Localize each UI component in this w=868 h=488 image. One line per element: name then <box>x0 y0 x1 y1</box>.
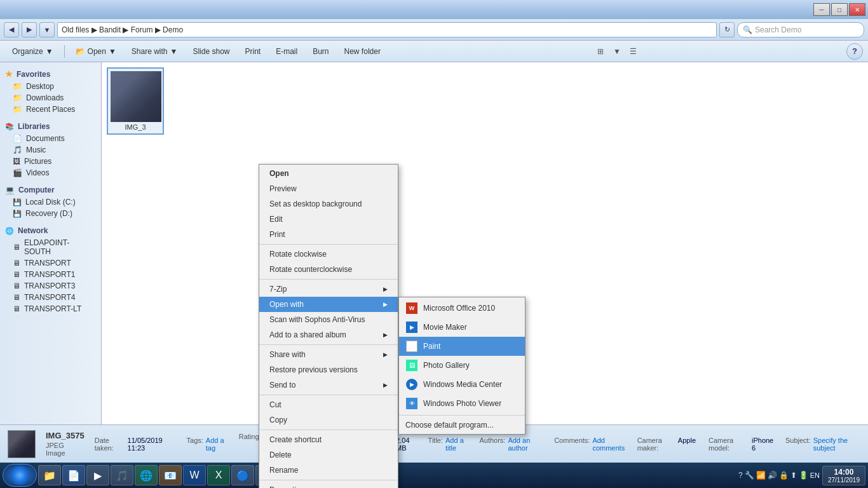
newfolder-button[interactable]: New folder <box>337 43 388 60</box>
submenu-moviemaker[interactable]: ▶ Movie Maker <box>399 318 525 337</box>
ctx-share-with[interactable]: Share with ▶ <box>259 347 398 362</box>
taskbar-green[interactable]: 🌐 <box>135 465 158 485</box>
tags-value[interactable]: Add a tag <box>206 437 229 452</box>
sidebar-item-transport[interactable]: 🖥 TRANSPORT <box>0 257 101 269</box>
tray-icon-2[interactable]: 📶 <box>756 471 766 480</box>
submenu-wmc[interactable]: ▶ Windows Media Center <box>399 375 525 394</box>
view-change-button[interactable]: ⊞ <box>593 44 608 59</box>
ctx-delete[interactable]: Delete <box>259 447 398 463</box>
submenu-wpv[interactable]: 👁 Windows Photo Viewer <box>399 394 525 413</box>
tray-icon-3[interactable]: 🔊 <box>768 471 777 480</box>
title-value[interactable]: Add a title <box>445 437 469 452</box>
organize-button[interactable]: Organize ▼ <box>5 43 60 60</box>
help-button[interactable]: ? <box>846 43 863 60</box>
clock[interactable]: 14:00 27/11/2019 <box>822 466 865 485</box>
ctx-create-shortcut[interactable]: Create shortcut <box>259 432 398 447</box>
search-box[interactable]: 🔍 Search Demo <box>737 22 864 37</box>
share-label: Share with <box>132 47 168 56</box>
ctx-preview[interactable]: Preview <box>259 181 398 196</box>
sidebar-item-downloads[interactable]: 📁 Downloads <box>0 92 101 104</box>
open-button[interactable]: 📂 Open ▼ <box>69 43 123 60</box>
sidebar-item-documents[interactable]: 📄 Documents <box>0 133 101 144</box>
ctx-copy[interactable]: Copy <box>259 412 398 428</box>
folder-icon: 📁 <box>13 93 22 102</box>
computer-header[interactable]: 💻 Computer <box>0 184 101 196</box>
taskbar-app2[interactable]: 🎵 <box>111 465 133 485</box>
forward-button[interactable]: ▶ <box>22 22 37 37</box>
taskbar-outlook[interactable]: 📧 <box>159 465 182 485</box>
sidebar-item-videos[interactable]: 🎬 Videos <box>0 167 101 179</box>
ctx-scan[interactable]: Scan with Sophos Anti-Virus <box>259 312 398 327</box>
ctx-rotate-ccw[interactable]: Rotate counterclockwise <box>259 262 398 277</box>
submenu-default-program[interactable]: Choose default program... <box>399 417 525 433</box>
ctx-open-with[interactable]: Open with ▶ W Microsoft Office 2010 ▶ Mo… <box>259 297 398 312</box>
sidebar-item-transport1[interactable]: 🖥 TRANSPORT1 <box>0 269 101 280</box>
videos-icon: 🎬 <box>13 168 22 177</box>
ctx-7zip[interactable]: 7-Zip ▶ <box>259 281 398 297</box>
email-button[interactable]: E-mail <box>269 43 304 60</box>
details-pane-button[interactable]: ☰ <box>626 44 641 59</box>
taskbar-excel[interactable]: X <box>207 465 230 485</box>
main-layout: ★ Favorites 📁 Desktop 📁 Downloads 📁 Rece… <box>0 62 868 424</box>
ctx-add-shared[interactable]: Add to a shared album ▶ <box>259 327 398 342</box>
file-thumbnail[interactable]: IMG_3 <box>107 67 164 135</box>
ctx-open[interactable]: Open <box>259 166 398 181</box>
sidebar-item-pictures[interactable]: 🖼 Pictures <box>0 156 101 167</box>
tray-icon-4[interactable]: 🔒 <box>779 471 789 480</box>
favorites-header[interactable]: ★ Favorites <box>0 67 101 81</box>
sidebar-item-desktop[interactable]: 📁 Desktop <box>0 81 101 92</box>
taskbar-media[interactable]: ▶ <box>86 465 109 485</box>
authors-value[interactable]: Add an author <box>508 437 541 452</box>
sidebar-transport3-label: TRANSPORT3 <box>24 281 75 290</box>
minimize-button[interactable]: ─ <box>813 3 830 16</box>
sidebar-item-localdisk[interactable]: 💾 Local Disk (C:) <box>0 196 101 208</box>
back-button[interactable]: ◀ <box>4 22 19 37</box>
submenu-paint[interactable]: 🖌 Paint <box>399 337 525 356</box>
start-button[interactable] <box>3 464 37 487</box>
ctx-cut[interactable]: Cut <box>259 397 398 412</box>
ctx-print[interactable]: Print <box>259 227 398 242</box>
view-arrow-button[interactable]: ▼ <box>609 44 625 59</box>
status-camera-maker: Camera maker: Apple <box>637 437 696 452</box>
subject-value[interactable]: Specify the subject <box>813 437 860 452</box>
tray-icon-1[interactable]: 🔧 <box>745 471 754 480</box>
libraries-header[interactable]: 📚 Libraries <box>0 120 101 133</box>
sidebar-item-transport4[interactable]: 🖥 TRANSPORT4 <box>0 292 101 303</box>
ctx-rename[interactable]: Rename <box>259 463 398 478</box>
address-path[interactable]: Old files ▶ Bandit ▶ Forum ▶ Demo <box>57 22 717 37</box>
network-header[interactable]: 🌐 Network <box>0 224 101 237</box>
ctx-set-desktop[interactable]: Set as desktop background <box>259 196 398 212</box>
taskbar-word[interactable]: 📄 <box>62 465 85 485</box>
sidebar-item-eldapoint[interactable]: 🖥 ELDAPOINT-SOUTH <box>0 237 101 257</box>
refresh-button[interactable]: ↻ <box>719 22 735 37</box>
submenu-office[interactable]: W Microsoft Office 2010 <box>399 299 525 318</box>
slideshow-button[interactable]: Slide show <box>186 43 236 60</box>
ctx-restore[interactable]: Restore previous versions <box>259 362 398 377</box>
taskbar-chrome[interactable]: 🔵 <box>231 465 254 485</box>
down-button[interactable]: ▼ <box>39 22 55 37</box>
sidebar-item-recent[interactable]: 📁 Recent Places <box>0 104 101 115</box>
sidebar-item-transport3[interactable]: 🖥 TRANSPORT3 <box>0 280 101 292</box>
ctx-edit[interactable]: Edit <box>259 212 398 227</box>
status-meta-4: Authors: Add an author Comments: Add com… <box>479 437 627 452</box>
submenu-photogallery[interactable]: 🖼 Photo Gallery <box>399 356 525 375</box>
size-value: 2.04 MB <box>396 437 415 452</box>
tray-icon-6[interactable]: 🔋 <box>799 471 808 480</box>
tray-icon-5[interactable]: ⬆ <box>790 471 797 480</box>
help-tray-icon[interactable]: ? <box>738 471 743 480</box>
share-button[interactable]: Share with ▼ <box>125 43 185 60</box>
sidebar-item-music[interactable]: 🎵 Music <box>0 144 101 156</box>
ctx-properties[interactable]: Properties <box>259 482 398 488</box>
taskbar-explorer[interactable]: 📁 <box>38 465 61 485</box>
print-button[interactable]: Print <box>238 43 268 60</box>
search-placeholder: Search Demo <box>755 25 801 34</box>
comments-value[interactable]: Add comments <box>592 437 627 452</box>
maximize-button[interactable]: □ <box>831 3 848 16</box>
sidebar-item-transportlt[interactable]: 🖥 TRANSPORT-LT <box>0 303 101 315</box>
ctx-send-to[interactable]: Send to ▶ <box>259 377 398 393</box>
close-button[interactable]: ✕ <box>849 3 865 16</box>
ctx-rotate-cw[interactable]: Rotate clockwise <box>259 247 398 262</box>
sidebar-item-recovery[interactable]: 💾 Recovery (D:) <box>0 208 101 219</box>
burn-button[interactable]: Burn <box>306 43 336 60</box>
taskbar-word2[interactable]: W <box>183 465 206 485</box>
